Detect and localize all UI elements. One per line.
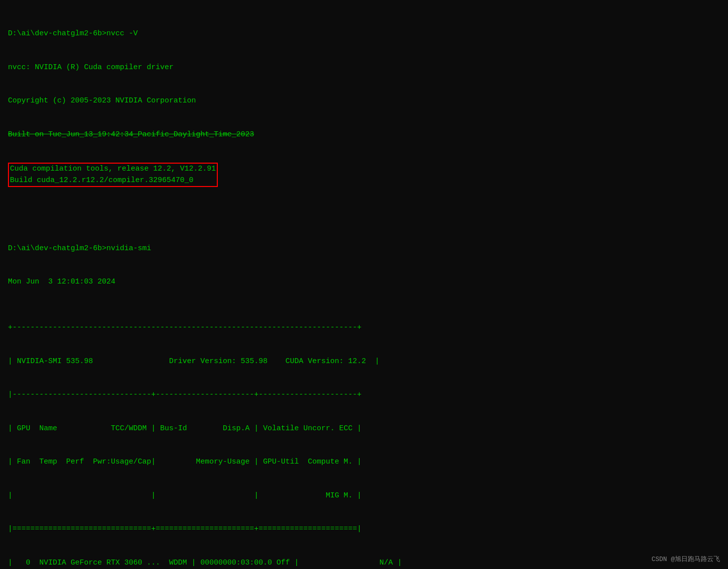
watermark: CSDN @旭日跑马路云飞 [651,555,720,565]
smi-header: | NVIDIA-SMI 535.98 Driver Version: 535.… [8,356,720,368]
smi-col-header1: | GPU Name TCC/WDDM | Bus-Id Disp.A | Vo… [8,423,720,435]
smi-double-border: |===============================+=======… [8,524,720,535]
smi-table: +---------------------------------------… [8,300,720,569]
nvcc-line-4: Cuda compilation tools, release 12.2, V1… [10,165,216,173]
nvcc-line-3: Built on Tue_Jun_13_19:42:34_Pacific_Day… [8,129,720,141]
date-line: Mon Jun 3 12:01:03 2024 [8,277,720,288]
nvcc-highlight-block: Cuda compilation tools, release 12.2, V1… [8,163,720,187]
blank-line [8,209,720,221]
smi-top-border: +---------------------------------------… [8,322,720,334]
smi-col-header2: | Fan Temp Perf Pwr:Usage/Cap| Memory-Us… [8,457,720,468]
cmd-line-2: D:\ai\dev-chatglm2-6b>nvidia-smi [8,243,720,255]
cmd-line-1: D:\ai\dev-chatglm2-6b>nvcc -V [8,28,720,40]
nvcc-line-2: Copyright (c) 2005-2023 NVIDIA Corporati… [8,95,720,107]
smi-gpu-row1: | 0 NVIDIA GeForce RTX 3060 ... WDDM | 0… [8,558,720,569]
smi-col-header3: | | | MIG M. | [8,490,720,502]
nvcc-line-5: Build cuda_12.2.r12.2/compiler.32965470_… [10,176,193,185]
smi-mid-border: |-------------------------------+-------… [8,389,720,401]
terminal-window: D:\ai\dev-chatglm2-6b>nvcc -V nvcc: NVID… [8,6,720,299]
nvcc-line-1: nvcc: NVIDIA (R) Cuda compiler driver [8,62,720,74]
highlight-box: Cuda compilation tools, release 12.2, V1… [8,163,218,187]
